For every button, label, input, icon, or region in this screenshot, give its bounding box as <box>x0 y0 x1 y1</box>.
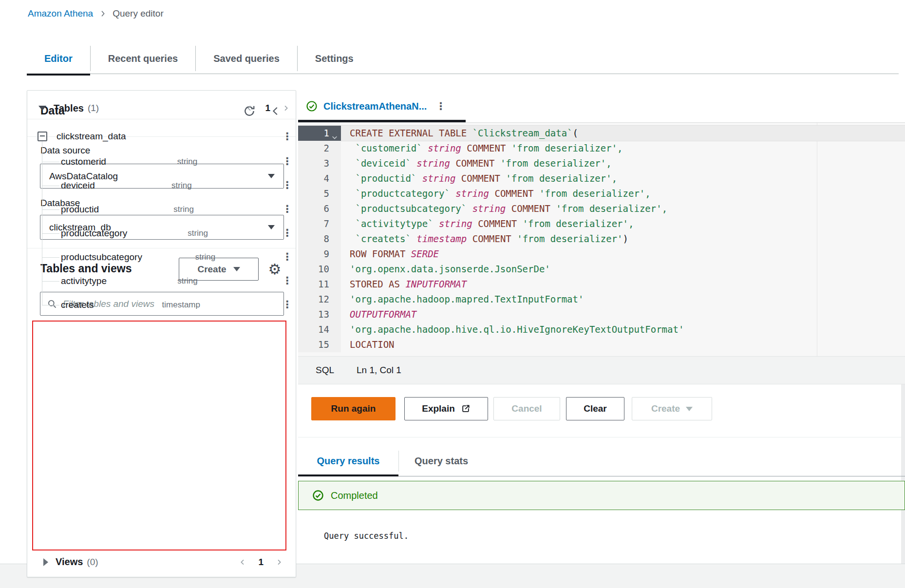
collapse-minus-icon[interactable] <box>38 132 47 141</box>
line-number: 13 <box>298 307 341 322</box>
language-indicator: SQL <box>316 365 334 376</box>
column-row-activitytype[interactable]: activitytypestring⋮ <box>27 269 296 293</box>
chevron-down-icon <box>686 407 693 411</box>
kebab-menu-icon[interactable]: ⋮ <box>282 156 291 167</box>
button-label: Cancel <box>511 403 542 414</box>
line-number: 8 <box>298 231 341 247</box>
table-name: clickstream_data <box>57 131 126 142</box>
tables-section-label: Tables <box>54 103 84 114</box>
clear-button[interactable]: Clear <box>566 397 624 420</box>
tab-recent-queries[interactable]: Recent queries <box>91 43 195 74</box>
kebab-menu-icon[interactable]: ⋮ <box>282 300 291 310</box>
query-tab-bar: ClickstreamAthenaN... ⋮ <box>298 90 905 122</box>
tab-query-results[interactable]: Query results <box>298 446 398 476</box>
column-row-createts[interactable]: createtstimestamp⋮ <box>27 293 296 317</box>
data-panel: Data Data source AwsDataCatalog Database… <box>27 90 296 577</box>
page-next-icon[interactable] <box>282 104 290 113</box>
views-section-header: Views (0) 1 <box>27 551 296 573</box>
breadcrumb-chevron-icon <box>99 10 107 18</box>
query-editor-section: ClickstreamAthenaN... ⋮ 1CREATE EXTERNAL… <box>298 90 905 588</box>
code-text: `deviceid` string COMMENT 'from deserial… <box>341 156 905 171</box>
page-previous-icon[interactable] <box>245 104 253 113</box>
query-tab[interactable]: ClickstreamAthenaN... ⋮ <box>298 90 466 122</box>
code-line-13[interactable]: 13OUTPUTFORMAT <box>298 307 905 322</box>
code-line-6[interactable]: 6 `productsubcategory` string COMMENT 'f… <box>298 201 905 216</box>
collapse-triangle-icon[interactable] <box>38 106 46 111</box>
code-line-7[interactable]: 7 `activitytype` string COMMENT 'from de… <box>298 216 905 231</box>
editor-action-bar: Run againExplainCancelClearCreate <box>298 397 905 420</box>
section-divider <box>298 437 905 437</box>
column-row-customerid[interactable]: customeridstring⋮ <box>27 150 296 173</box>
expand-triangle-icon[interactable] <box>43 558 48 566</box>
code-text: `createts` timestamp COMMENT 'from deser… <box>341 231 905 247</box>
line-number: 9 <box>298 247 341 262</box>
table-row-clickstream-data[interactable]: clickstream_data ⋮ <box>27 124 296 149</box>
code-line-15[interactable]: 15LOCATION <box>298 337 905 352</box>
page-previous-icon[interactable] <box>239 558 246 567</box>
code-text: `customerid` string COMMENT 'from deseri… <box>341 141 905 156</box>
annotation-red-box <box>32 321 286 550</box>
code-text: LOCATION <box>341 337 905 352</box>
query-tab-kebab-icon[interactable]: ⋮ <box>435 101 444 112</box>
page-next-icon[interactable] <box>275 558 283 567</box>
column-name: createts <box>61 300 94 310</box>
code-text: ROW FORMAT SERDE <box>341 247 905 262</box>
code-line-5[interactable]: 5 `productcategory` string COMMENT 'from… <box>298 186 905 201</box>
kebab-menu-icon[interactable]: ⋮ <box>282 228 291 238</box>
code-text: `activitytype` string COMMENT 'from dese… <box>341 216 905 231</box>
code-line-9[interactable]: 9ROW FORMAT SERDE <box>298 247 905 262</box>
kebab-menu-icon[interactable]: ⋮ <box>282 252 291 262</box>
external-link-icon <box>461 404 471 414</box>
cancel-button[interactable]: Cancel <box>493 397 560 420</box>
kebab-menu-icon[interactable]: ⋮ <box>282 276 291 286</box>
kebab-menu-icon[interactable]: ⋮ <box>282 180 291 190</box>
code-line-12[interactable]: 12'org.apache.hadoop.mapred.TextInputFor… <box>298 292 905 307</box>
column-row-productcategory[interactable]: productcategorystring⋮ <box>27 221 296 245</box>
column-type: timestamp <box>162 300 214 310</box>
code-line-11[interactable]: 11STORED AS INPUTFORMAT <box>298 277 905 292</box>
column-row-productsubcategory[interactable]: productsubcategorystring⋮ <box>27 245 296 269</box>
athena-query-editor-page: Amazon Athena Query editor EditorRecent … <box>0 0 905 588</box>
tab-saved-queries[interactable]: Saved queries <box>196 43 297 74</box>
column-row-deviceid[interactable]: deviceidstring⋮ <box>27 173 296 197</box>
tab-editor[interactable]: Editor <box>27 43 90 74</box>
line-number: 15 <box>298 337 341 352</box>
column-type: string <box>195 252 229 262</box>
tab-query-stats[interactable]: Query stats <box>399 446 484 476</box>
tables-section-count: (1) <box>88 103 99 114</box>
kebab-menu-icon[interactable]: ⋮ <box>282 204 291 214</box>
button-label: Create <box>651 403 680 414</box>
column-name: productid <box>61 204 99 215</box>
code-text: `productcategory` string COMMENT 'from d… <box>341 186 905 201</box>
code-line-4[interactable]: 4 `productid` string COMMENT 'from deser… <box>298 171 905 186</box>
code-text: 'org.apache.hadoop.mapred.TextInputForma… <box>341 292 905 307</box>
code-text: 'org.openx.data.jsonserde.JsonSerDe' <box>341 262 905 277</box>
sql-code-editor[interactable]: 1CREATE EXTERNAL TABLE `Clickstream_data… <box>298 122 905 356</box>
column-type: string <box>177 276 211 286</box>
code-line-3[interactable]: 3 `deviceid` string COMMENT 'from deseri… <box>298 156 905 171</box>
create-button[interactable]: Create <box>632 397 712 420</box>
views-section-label: Views <box>56 556 83 568</box>
tab-settings[interactable]: Settings <box>298 43 371 74</box>
explain-button[interactable]: Explain <box>404 397 488 420</box>
column-name: customerid <box>61 156 106 167</box>
results-tabs: Query resultsQuery stats <box>298 446 484 476</box>
code-text: `productid` string COMMENT 'from deseria… <box>341 171 905 186</box>
breadcrumb-amazon-athena-link[interactable]: Amazon Athena <box>28 8 93 19</box>
code-text: CREATE EXTERNAL TABLE `Clickstream_data`… <box>341 126 905 141</box>
views-pagination: 1 <box>239 557 283 568</box>
line-number: 3 <box>298 156 341 171</box>
code-line-14[interactable]: 14'org.apache.hadoop.hive.ql.io.HiveIgno… <box>298 322 905 337</box>
code-line-10[interactable]: 10'org.openx.data.jsonserde.JsonSerDe' <box>298 262 905 277</box>
code-line-1[interactable]: 1CREATE EXTERNAL TABLE `Clickstream_data… <box>298 126 905 141</box>
check-circle-icon <box>306 100 318 112</box>
line-number: 2 <box>298 141 341 156</box>
kebab-menu-icon[interactable]: ⋮ <box>282 132 291 142</box>
cursor-position: Ln 1, Col 1 <box>357 365 401 376</box>
run-again-button[interactable]: Run again <box>311 397 396 420</box>
code-line-8[interactable]: 8 `createts` timestamp COMMENT 'from des… <box>298 231 905 247</box>
code-line-2[interactable]: 2 `customerid` string COMMENT 'from dese… <box>298 141 905 156</box>
line-number: 4 <box>298 171 341 186</box>
button-label: Run again <box>331 403 376 414</box>
column-row-productid[interactable]: productidstring⋮ <box>27 197 296 221</box>
